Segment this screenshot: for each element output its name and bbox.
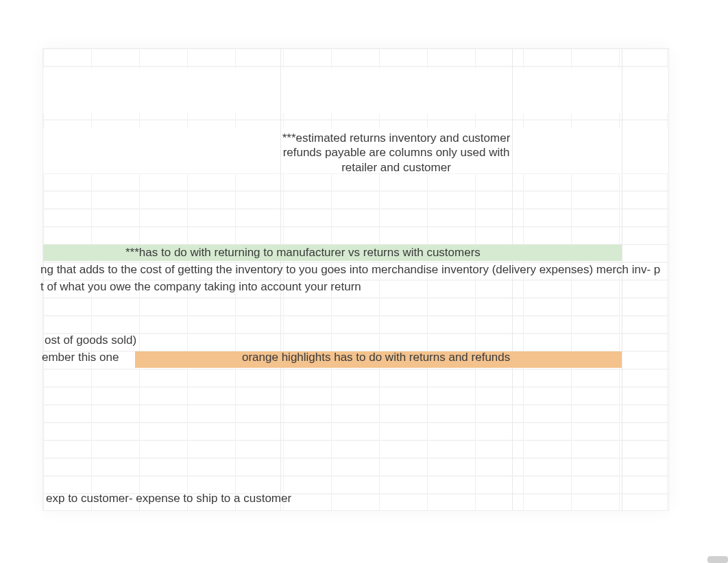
column-divider	[622, 49, 622, 510]
cell-text-cogs-fragment: ost of goods sold)	[45, 334, 136, 347]
merged-row-1	[43, 69, 668, 113]
cell-text-remember-fragment: ember this one	[42, 351, 119, 364]
horizontal-scrollbar-thumb[interactable]	[707, 556, 728, 563]
column-divider	[512, 49, 513, 510]
cell-text-owe-company: t of what you owe the company taking int…	[40, 280, 361, 294]
cell-text-merch-inventory: ng that adds to the cost of getting the …	[40, 263, 660, 277]
column-divider	[280, 49, 281, 510]
note-estimated-returns: ***estimated returns inventory and custo…	[280, 131, 512, 175]
green-highlight-text: ***has to do with returning to manufactu…	[125, 246, 481, 260]
spreadsheet-viewport: ***estimated returns inventory and custo…	[43, 48, 669, 511]
cell-text-shipping-expense: exp to customer- expense to ship to a cu…	[46, 492, 291, 505]
orange-highlight-text: orange highlights has to do with returns…	[242, 351, 510, 364]
